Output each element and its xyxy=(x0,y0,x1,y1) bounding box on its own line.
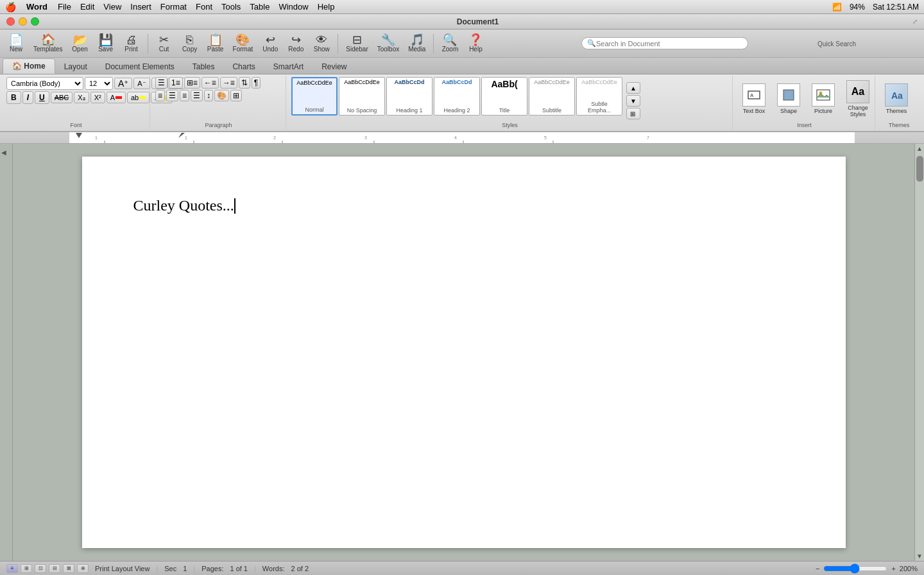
view-publishing[interactable]: ⊠ xyxy=(63,564,74,573)
underline-button[interactable]: U xyxy=(35,91,49,104)
subscript-button[interactable]: X₂ xyxy=(74,92,89,103)
menu-insert[interactable]: Insert xyxy=(130,2,151,12)
style-heading1[interactable]: AaBbCcDd Heading 1 xyxy=(386,77,432,116)
justify-button[interactable]: ☰ xyxy=(191,90,203,101)
italic-button[interactable]: I xyxy=(22,91,33,104)
print-button[interactable]: 🖨 Print xyxy=(119,33,144,54)
redo-button[interactable]: ↪ Redo xyxy=(284,33,308,54)
minimize-button[interactable] xyxy=(19,17,27,26)
menu-tools[interactable]: Tools xyxy=(221,2,241,12)
show-button[interactable]: 👁 Show xyxy=(309,33,334,54)
view-outline[interactable]: ⊞ xyxy=(21,564,32,573)
superscript-button[interactable]: X² xyxy=(90,92,105,103)
bullets-button[interactable]: ☰ xyxy=(155,77,167,89)
insert-shape-button[interactable]: Shape xyxy=(773,83,805,114)
style-subtitle[interactable]: AaBbCcDdEe Subtitle xyxy=(529,77,575,116)
style-title[interactable]: AaBb( Title xyxy=(481,77,527,116)
menu-window[interactable]: Window xyxy=(278,2,308,12)
align-right-button[interactable]: ≡ xyxy=(180,90,189,101)
decrease-font-button[interactable]: A⁻ xyxy=(133,78,150,89)
menu-table[interactable]: Table xyxy=(250,2,270,12)
styles-scroll-up[interactable]: ▲ xyxy=(626,82,640,94)
menu-help[interactable]: Help xyxy=(318,2,335,12)
sort-button[interactable]: ⇅ xyxy=(239,77,250,89)
sidebar-button[interactable]: ⊟ Sidebar xyxy=(342,33,372,54)
view-notebook[interactable]: ⊟ xyxy=(49,564,60,573)
scroll-down-arrow[interactable]: ▼ xyxy=(915,551,924,561)
tab-document-elements[interactable]: Document Elements xyxy=(96,60,184,74)
help-button[interactable]: ❓ Help xyxy=(463,33,488,54)
scroll-thumb[interactable] xyxy=(916,156,923,182)
zoom-slider[interactable] xyxy=(823,563,887,574)
menu-file[interactable]: File xyxy=(58,2,71,12)
save-button[interactable]: 💾 Save xyxy=(94,33,118,54)
align-center-button[interactable]: ☰ xyxy=(166,90,178,101)
style-normal[interactable]: AaBbCcDdEe Normal xyxy=(291,77,338,116)
view-print-layout[interactable]: ≡ xyxy=(6,564,18,573)
styles-scroll-down[interactable]: ▼ xyxy=(626,95,640,107)
bold-button[interactable]: B xyxy=(6,91,21,104)
new-button[interactable]: 📄 New xyxy=(4,33,28,54)
borders-button[interactable]: ⊞ xyxy=(230,90,242,101)
paste-button[interactable]: 📋 Paste xyxy=(203,33,228,54)
style-no-spacing[interactable]: AaBbCcDdEe No Spacing xyxy=(339,77,385,116)
media-button[interactable]: 🎵 Media xyxy=(404,33,429,54)
tab-charts[interactable]: Charts xyxy=(223,60,264,74)
undo-button[interactable]: ↩ Undo xyxy=(258,33,282,54)
open-button[interactable]: 📂 Open xyxy=(68,33,92,54)
styles-expand[interactable]: ⊞ xyxy=(626,108,640,119)
tab-review[interactable]: Review xyxy=(312,60,355,74)
insert-picture-button[interactable]: Picture xyxy=(807,83,839,114)
left-panel-arrow[interactable]: ◀ xyxy=(1,149,6,156)
font-color-button[interactable]: A xyxy=(107,92,126,103)
menu-edit[interactable]: Edit xyxy=(80,2,94,12)
tab-layout[interactable]: Layout xyxy=(55,60,96,74)
wifi-icon: 📶 xyxy=(832,3,842,12)
zoom-minus-icon[interactable]: − xyxy=(816,565,819,572)
copy-button[interactable]: ⎘ Copy xyxy=(178,33,202,54)
decrease-indent-button[interactable]: ←≡ xyxy=(201,77,219,89)
toolbox-button[interactable]: 🔧 Toolbox xyxy=(373,33,403,54)
templates-button[interactable]: 🏠 Templates xyxy=(30,33,67,54)
svg-text:2: 2 xyxy=(273,135,276,140)
change-styles-button[interactable]: Aa ChangeStyles xyxy=(842,80,874,117)
insert-textbox-button[interactable]: A Text Box xyxy=(738,83,770,114)
document-content[interactable]: Curley Quotes... xyxy=(133,195,794,217)
close-button[interactable] xyxy=(6,17,15,26)
insert-group: A Text Box Shape xyxy=(734,76,875,130)
menu-view[interactable]: View xyxy=(103,2,121,12)
shading-button[interactable]: 🎨 xyxy=(214,90,229,101)
increase-indent-button[interactable]: →≡ xyxy=(220,77,237,89)
font-size-select[interactable]: 12 810141824 xyxy=(85,77,113,90)
increase-font-button[interactable]: A⁺ xyxy=(114,78,132,89)
tab-tables[interactable]: Tables xyxy=(184,60,224,74)
tab-smartart[interactable]: SmartArt xyxy=(264,60,312,74)
themes-button[interactable]: Aa Themes xyxy=(880,83,912,114)
cut-button[interactable]: ✂ Cut xyxy=(152,33,176,54)
format-button[interactable]: 🎨 Format xyxy=(229,33,257,54)
zoom-plus-icon[interactable]: + xyxy=(891,565,895,572)
document-area[interactable]: Curley Quotes... xyxy=(13,144,914,561)
strikethrough-button[interactable]: ABC xyxy=(51,92,73,103)
menu-font[interactable]: Font xyxy=(196,2,212,12)
tab-home[interactable]: 🏠 Home xyxy=(3,58,55,74)
style-heading2[interactable]: AaBbCcDd Heading 2 xyxy=(434,77,480,116)
view-focus[interactable]: ⊕ xyxy=(77,564,89,573)
zoom-button[interactable]: 🔍 Zoom xyxy=(438,33,462,54)
numbering-button[interactable]: 1≡ xyxy=(169,77,183,89)
line-spacing-button[interactable]: ↕ xyxy=(204,90,213,101)
right-scrollbar[interactable]: ▲ ▼ xyxy=(914,144,924,561)
font-name-select[interactable]: Cambria (Body) xyxy=(6,77,83,90)
multilevel-button[interactable]: ⊞≡ xyxy=(184,77,200,89)
align-left-button[interactable]: ≡ xyxy=(155,90,165,101)
highlight-button[interactable]: ab xyxy=(127,92,150,103)
style-subtle-emph[interactable]: AaBbCcDdEe Subtle Empha... xyxy=(576,77,622,116)
show-hide-button[interactable]: ¶ xyxy=(252,77,261,89)
view-draft[interactable]: ⊡ xyxy=(35,564,46,573)
menu-format[interactable]: Format xyxy=(160,2,187,12)
scroll-up-arrow[interactable]: ▲ xyxy=(915,144,924,153)
maximize-button[interactable] xyxy=(31,17,39,26)
apple-menu[interactable]: 🍎 xyxy=(5,2,16,12)
show-icon: 👁 xyxy=(316,34,327,46)
search-input[interactable] xyxy=(596,40,724,47)
